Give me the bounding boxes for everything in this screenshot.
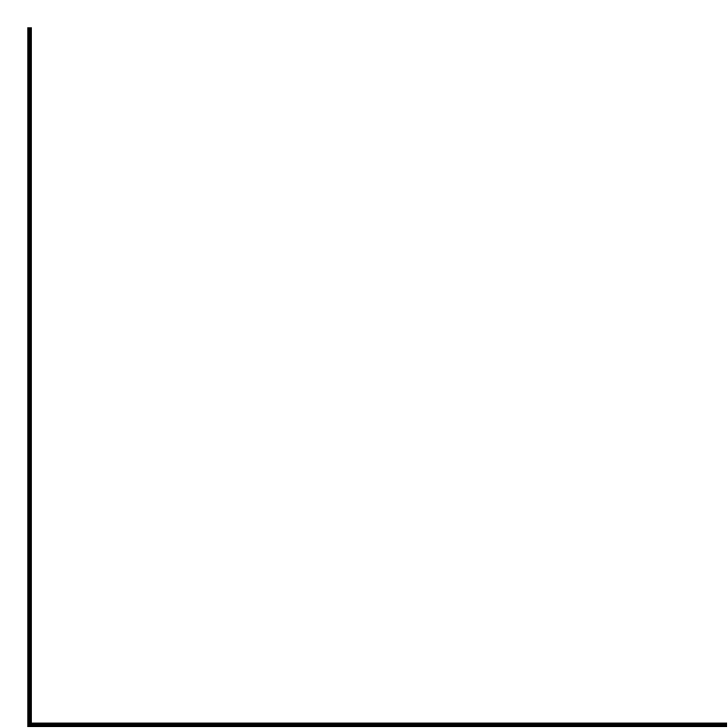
- plot-area: [27, 27, 727, 727]
- curve-layer: [32, 27, 727, 723]
- chart-frame: [0, 0, 728, 728]
